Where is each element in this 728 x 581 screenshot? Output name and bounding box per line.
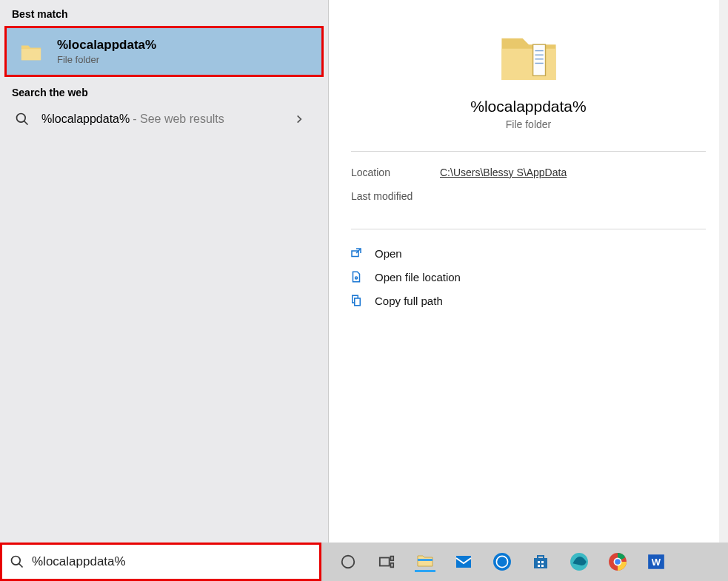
preview-title: %localappdata% bbox=[470, 98, 586, 115]
edge-icon[interactable] bbox=[569, 551, 590, 572]
store-icon[interactable] bbox=[530, 551, 551, 572]
search-web-header: Search the web bbox=[0, 78, 328, 103]
mail-icon[interactable] bbox=[453, 551, 474, 572]
actions-block: Open Open file location Copy full path bbox=[329, 229, 728, 324]
svg-rect-18 bbox=[456, 556, 471, 568]
left-pane: Best match %localappdata% File folder Se… bbox=[0, 0, 329, 543]
search-input[interactable] bbox=[32, 554, 313, 569]
svg-line-12 bbox=[19, 564, 23, 568]
svg-point-29 bbox=[615, 559, 621, 565]
best-match-result[interactable]: %localappdata% File folder bbox=[4, 26, 324, 77]
search-box[interactable] bbox=[0, 543, 321, 581]
svg-line-1 bbox=[24, 121, 28, 125]
location-label: Location bbox=[351, 167, 440, 178]
best-match-subtitle: File folder bbox=[57, 54, 156, 65]
cortana-icon[interactable] bbox=[338, 551, 358, 572]
svg-rect-23 bbox=[541, 561, 544, 563]
preview-subtitle: File folder bbox=[506, 118, 551, 130]
svg-rect-21 bbox=[534, 558, 547, 568]
svg-rect-15 bbox=[391, 557, 394, 561]
chevron-right-icon[interactable] bbox=[294, 114, 304, 124]
svg-rect-22 bbox=[538, 561, 540, 563]
svg-point-0 bbox=[17, 114, 26, 123]
svg-rect-16 bbox=[391, 563, 394, 568]
svg-rect-2 bbox=[532, 44, 545, 75]
open-icon bbox=[350, 246, 363, 260]
taskbar-icons: W bbox=[321, 551, 728, 572]
svg-rect-24 bbox=[538, 565, 540, 567]
meta-block: Location C:\Users\Blessy S\AppData Last … bbox=[329, 152, 728, 229]
action-copy-path-label: Copy full path bbox=[375, 295, 443, 307]
svg-text:W: W bbox=[652, 557, 661, 568]
task-view-icon[interactable] bbox=[376, 551, 397, 572]
web-result-query: %localappdata% bbox=[41, 112, 130, 126]
svg-point-13 bbox=[342, 556, 355, 568]
action-copy-path[interactable]: Copy full path bbox=[350, 289, 707, 312]
svg-rect-17 bbox=[418, 559, 433, 561]
action-open-location-label: Open file location bbox=[375, 271, 461, 283]
taskbar: W bbox=[0, 543, 728, 581]
last-modified-row: Last modified bbox=[351, 190, 706, 202]
best-match-text: %localappdata% File folder bbox=[57, 38, 156, 65]
file-location-icon bbox=[350, 270, 363, 283]
svg-rect-10 bbox=[355, 298, 361, 306]
chrome-icon[interactable] bbox=[607, 551, 628, 572]
action-open-location[interactable]: Open file location bbox=[350, 265, 707, 289]
location-row: Location C:\Users\Blessy S\AppData bbox=[351, 167, 706, 178]
search-icon bbox=[15, 112, 30, 127]
right-pane: %localappdata% File folder Location C:\U… bbox=[329, 0, 728, 543]
word-icon[interactable]: W bbox=[646, 551, 667, 572]
svg-rect-14 bbox=[380, 558, 390, 566]
file-explorer-icon[interactable] bbox=[415, 551, 435, 572]
svg-rect-25 bbox=[541, 565, 544, 567]
copy-icon bbox=[350, 294, 363, 307]
best-match-header: Best match bbox=[0, 0, 328, 24]
web-result-row[interactable]: %localappdata% - See web results bbox=[0, 103, 328, 135]
window-root: Best match %localappdata% File folder Se… bbox=[0, 0, 728, 581]
search-icon bbox=[10, 554, 24, 569]
search-results-panel: Best match %localappdata% File folder Se… bbox=[0, 0, 728, 543]
svg-point-8 bbox=[355, 277, 358, 279]
last-modified-label: Last modified bbox=[351, 190, 440, 202]
web-result-hint: - See web results bbox=[133, 112, 224, 126]
folder-icon bbox=[20, 41, 42, 63]
preview-block: %localappdata% File folder bbox=[329, 0, 728, 151]
best-match-title: %localappdata% bbox=[57, 38, 156, 53]
action-open-label: Open bbox=[375, 247, 402, 260]
scrollbar[interactable] bbox=[719, 0, 728, 543]
location-link[interactable]: C:\Users\Blessy S\AppData bbox=[440, 167, 567, 178]
dell-icon[interactable] bbox=[492, 551, 512, 572]
action-open[interactable]: Open bbox=[350, 241, 707, 265]
folder-icon-large bbox=[495, 24, 562, 90]
svg-point-11 bbox=[12, 557, 21, 565]
